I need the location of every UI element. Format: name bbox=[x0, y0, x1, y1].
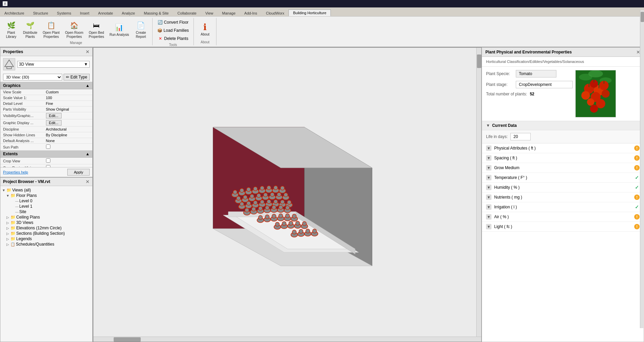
plant-info-left: Plant Specie: Tomato Plant stage: Total … bbox=[486, 70, 573, 117]
attr-humidity-indicator: ✓ bbox=[634, 185, 640, 190]
svg-point-93 bbox=[302, 222, 306, 226]
crop-view-checkbox[interactable] bbox=[46, 158, 50, 163]
tab-structure[interactable]: Structure bbox=[29, 10, 53, 16]
ribbon-group-about: ℹ About About bbox=[194, 18, 216, 45]
right-panel: Plant Physical and Environmental Propert… bbox=[482, 47, 644, 342]
tree-elevations-expand: ▷ bbox=[6, 226, 10, 230]
convert-floor-button[interactable]: 🔄 Convert Floor bbox=[156, 19, 191, 26]
tree-site[interactable]: ▷ — Site bbox=[0, 209, 92, 214]
tab-insert[interactable]: Insert bbox=[76, 10, 94, 16]
visibility-edit-button[interactable]: Edit... bbox=[46, 113, 62, 118]
viewport-scrollbar-h[interactable] bbox=[93, 337, 481, 342]
viewport[interactable] bbox=[93, 47, 482, 342]
attr-row-light[interactable]: ▼ Light ( fc ) ! bbox=[482, 222, 644, 232]
tab-manage[interactable]: Manage bbox=[218, 10, 240, 16]
open-room-properties-button[interactable]: 🏠 Open RoomProperties bbox=[63, 19, 85, 40]
tree-3d-views[interactable]: ▷ 📁 3D Views bbox=[0, 220, 92, 225]
props-row-parts-visibility: Parts Visibility Show Original bbox=[0, 107, 92, 112]
plant-stage-input[interactable] bbox=[516, 81, 573, 88]
attr-light-indicator: ! bbox=[634, 224, 640, 229]
about-button[interactable]: ℹ About bbox=[197, 20, 213, 38]
life-days-row: Life in days: bbox=[482, 130, 644, 143]
attr-nutrients-chevron: ▼ bbox=[486, 195, 491, 200]
tab-systems[interactable]: Systems bbox=[52, 10, 75, 16]
tab-massing[interactable]: Massing & Site bbox=[139, 10, 173, 16]
tree-level-0-icon: — bbox=[15, 199, 19, 203]
apply-button[interactable]: Apply bbox=[67, 169, 90, 176]
tab-collaborate[interactable]: Collaborate bbox=[173, 10, 201, 16]
edit-type-button[interactable]: ✏ Edit Type bbox=[64, 74, 90, 81]
tree-level-1-expand: ▷ bbox=[10, 204, 15, 208]
props-row-visibility: Visibility/Graphic... Edit... bbox=[0, 112, 92, 119]
tree-legends-expand: ▷ bbox=[6, 237, 10, 241]
tree-elevations-label: Elevations (12mm Circle) bbox=[16, 226, 62, 230]
attr-row-humidity[interactable]: ▼ Humidity ( % ) ✓ bbox=[482, 183, 644, 192]
attr-row-physical[interactable]: ▼ Physical Attributes ( ft ) ! bbox=[482, 143, 644, 153]
project-browser-title: Project Browser - VM.rvt bbox=[3, 179, 50, 184]
properties-table: View Scale Custom Scale Value 1: 100 Det… bbox=[0, 89, 92, 151]
tab-analyze[interactable]: Analyze bbox=[117, 10, 139, 16]
properties-scrollable: View Scale Custom Scale Value 1: 100 Det… bbox=[0, 89, 92, 167]
viewport-scrollbar-v-thumb[interactable] bbox=[477, 54, 481, 68]
tree-level-0[interactable]: ▷ — Level 0 bbox=[0, 198, 92, 204]
load-families-button[interactable]: 📦 Load Families bbox=[155, 27, 191, 34]
breadcrumb: Horticultural Classification/Edibles/Veg… bbox=[482, 57, 644, 67]
attr-row-irrigation[interactable]: ▼ Irrigation ( l ) ✓ bbox=[482, 202, 644, 212]
about-icon: ℹ bbox=[200, 22, 210, 32]
tree-3d-views-label: 3D Views bbox=[16, 220, 33, 225]
attr-row-spacing[interactable]: ▼ Spacing ( ft ) ! bbox=[482, 153, 644, 163]
attr-row-temperature[interactable]: ▼ Temperature ( F° ) ✓ bbox=[482, 173, 644, 183]
delete-plants-button[interactable]: ✕ Delete Plants bbox=[156, 35, 190, 42]
svg-point-11 bbox=[233, 190, 237, 194]
tree-schedules[interactable]: ▷ 📋 Schedules/Quantities bbox=[0, 242, 92, 247]
viewport-scrollbar-h-thumb[interactable] bbox=[114, 337, 141, 342]
tree-floor-plans[interactable]: ▼ 📁 Floor Plans bbox=[0, 193, 92, 198]
properties-help-link[interactable]: Properties help bbox=[3, 170, 28, 174]
graphics-section-header[interactable]: Graphics ▲ bbox=[0, 82, 92, 89]
current-data-toggle[interactable]: ▼ Current Data bbox=[482, 121, 644, 130]
tree-legends[interactable]: ▷ 📁 Legends bbox=[0, 236, 92, 242]
attr-row-air[interactable]: ▼ Air ( % ) ! bbox=[482, 212, 644, 222]
tree-views-all[interactable]: ▼ 📁 Views (all) bbox=[0, 187, 92, 193]
crop-region-checkbox[interactable] bbox=[46, 165, 50, 167]
tree-level-1-label: Level 1 bbox=[19, 204, 32, 209]
viewport-scrollbar-v[interactable] bbox=[476, 48, 481, 342]
tab-building-horticulture[interactable]: Building Horticulture bbox=[289, 9, 330, 16]
tab-cloudworx[interactable]: CloudWorx bbox=[261, 10, 289, 16]
plant-species-value[interactable]: Tomato bbox=[516, 70, 556, 77]
attr-row-nutrients[interactable]: ▼ Nutrients ( mg ) ! bbox=[482, 192, 644, 202]
view-selector-row: 3D View: {3D} ✏ Edit Type bbox=[0, 72, 92, 82]
properties-close-icon[interactable]: ✕ bbox=[86, 49, 90, 54]
tab-annotate[interactable]: Annotate bbox=[94, 10, 117, 16]
graphic-display-edit-button[interactable]: Edit... bbox=[46, 120, 62, 126]
life-days-input[interactable] bbox=[510, 133, 531, 140]
run-analysis-button[interactable]: 📊 Run Analysis bbox=[108, 21, 131, 38]
svg-point-51 bbox=[267, 200, 271, 204]
distribute-plants-button[interactable]: 🌱 DistributePlants bbox=[21, 19, 39, 40]
tab-view[interactable]: View bbox=[201, 10, 218, 16]
tree-site-expand: ▷ bbox=[10, 210, 15, 214]
project-browser-close-icon[interactable]: ✕ bbox=[86, 179, 90, 184]
attr-irrigation-chevron: ▼ bbox=[486, 204, 491, 210]
attr-row-grow-medium[interactable]: ▼ Grow Medium ! bbox=[482, 163, 644, 173]
right-panel-scrollbar[interactable] bbox=[640, 47, 644, 328]
attr-grow-label: Grow Medium bbox=[494, 165, 632, 170]
plant-library-button[interactable]: 🌿 PlantLibrary bbox=[3, 19, 20, 40]
sun-path-checkbox[interactable] bbox=[46, 144, 50, 149]
project-browser: Project Browser - VM.rvt ✕ ▼ 📁 Views (al… bbox=[0, 177, 93, 342]
tree-elevations[interactable]: ▷ 📁 Elevations (12mm Circle) bbox=[0, 225, 92, 231]
view-selector-dropdown[interactable]: 3D View: {3D} bbox=[3, 74, 62, 81]
extents-section-header[interactable]: Extents ▲ bbox=[0, 151, 92, 158]
right-panel-title: Plant Physical and Environmental Propert… bbox=[485, 50, 572, 54]
tree-sections[interactable]: ▷ 📁 Sections (Building Section) bbox=[0, 231, 92, 236]
open-plant-properties-button[interactable]: 📋 Open PlantProperties bbox=[41, 19, 62, 40]
tree-level-1[interactable]: ▷ — Level 1 bbox=[0, 204, 92, 209]
tab-architecture[interactable]: Architecture bbox=[0, 10, 29, 16]
properties-type-row: 3D View ▼ bbox=[0, 56, 92, 72]
tree-ceiling-plans[interactable]: ▷ 📁 Ceiling Plans bbox=[0, 214, 92, 220]
create-report-button[interactable]: 📄 CreateReport bbox=[133, 19, 150, 40]
tree-site-icon: — bbox=[15, 210, 19, 214]
view-type-dropdown[interactable]: 3D View ▼ bbox=[17, 61, 90, 68]
tab-addins[interactable]: Add-Ins bbox=[240, 10, 261, 16]
open-bed-properties-button[interactable]: 🛏 Open BedProperties bbox=[87, 19, 106, 40]
